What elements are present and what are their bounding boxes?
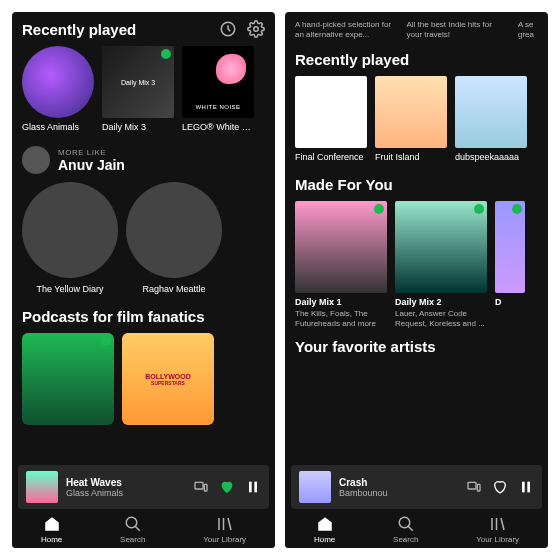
tab-bar: Home Search Your Library <box>285 509 548 548</box>
blurb: A se grea <box>518 20 538 39</box>
now-playing-text: Heat Waves Glass Animals <box>66 477 185 498</box>
history-icon[interactable] <box>219 20 237 38</box>
home-icon <box>43 515 61 533</box>
tile-white-noise[interactable]: WHITE NOISE LEGO® White Noise <box>182 46 254 132</box>
prev-section-subtitles: A hand-picked selection for an alternati… <box>295 20 538 39</box>
artist-label: The Yellow Diary <box>22 284 118 294</box>
tab-search[interactable]: Search <box>120 515 145 544</box>
tile-label: Fruit Island <box>375 152 447 162</box>
svg-rect-9 <box>522 482 525 493</box>
artist-raghav-meattle[interactable]: Raghav Meattle <box>126 182 222 294</box>
recently-played-row: Final Conference Fruit Island dubspeekaa… <box>295 76 538 162</box>
library-icon <box>216 515 234 533</box>
now-playing-title: Crash <box>339 477 458 488</box>
more-like-header[interactable]: MORE LIKE Anuv Jain <box>22 146 265 174</box>
blurb: A hand-picked selection for an alternati… <box>295 20 395 39</box>
podcast-tile[interactable] <box>22 333 114 425</box>
svg-point-1 <box>254 27 259 32</box>
search-icon <box>124 515 142 533</box>
podcasts-row: BOLLYWOOD SUPERSTARS <box>22 333 265 425</box>
more-like-label: MORE LIKE <box>58 148 125 157</box>
now-playing-bar[interactable]: Crash Bambounou <box>291 465 542 509</box>
svg-rect-4 <box>249 482 252 493</box>
devices-icon[interactable] <box>466 479 482 495</box>
tile-dubspeek[interactable]: dubspeekaaaaa <box>455 76 527 162</box>
mix-label: Daily Mix 1 <box>295 297 387 307</box>
artist-label: Raghav Meattle <box>126 284 222 294</box>
now-playing-text: Crash Bambounou <box>339 477 458 498</box>
artist-artwork <box>22 46 94 118</box>
recently-played-title: Recently played <box>22 21 136 38</box>
devices-icon[interactable] <box>193 479 209 495</box>
like-heart-icon[interactable] <box>219 479 235 495</box>
tab-bar: Home Search Your Library <box>12 509 275 548</box>
now-playing-title: Heat Waves <box>66 477 185 488</box>
now-playing-artwork <box>299 471 331 503</box>
mix-label: Daily Mix 2 <box>395 297 487 307</box>
artist-artwork <box>22 182 118 278</box>
right-phone: A hand-picked selection for an alternati… <box>285 12 548 548</box>
svg-rect-3 <box>204 484 207 491</box>
svg-rect-5 <box>254 482 257 493</box>
recently-played-title: Recently played <box>295 51 538 68</box>
playlist-artwork: Daily Mix 3 <box>102 46 174 118</box>
tile-label: Final Conference <box>295 152 367 162</box>
svg-rect-8 <box>477 484 480 491</box>
svg-rect-10 <box>527 482 530 493</box>
mix-label: D <box>495 297 525 307</box>
artist-yellow-diary[interactable]: The Yellow Diary <box>22 182 118 294</box>
tile-final-conference[interactable]: Final Conference <box>295 76 367 162</box>
album-artwork: WHITE NOISE <box>182 46 254 118</box>
tab-search[interactable]: Search <box>393 515 418 544</box>
tile-daily-mix-2[interactable]: Daily Mix 2 Lauer, Answer Code Request, … <box>395 201 487 328</box>
header-icons <box>219 20 265 38</box>
right-scroll: A hand-picked selection for an alternati… <box>285 12 548 465</box>
playlist-artwork <box>395 201 487 293</box>
made-for-you-row: Daily Mix 1 The Kills, Foals, The Future… <box>295 201 538 328</box>
tile-daily-mix-3[interactable]: Daily Mix 3 Daily Mix 3 <box>102 46 174 132</box>
tile-fruit-island[interactable]: Fruit Island <box>375 76 447 162</box>
tile-label: LEGO® White Noise <box>182 122 254 132</box>
album-artwork <box>295 76 367 148</box>
podcasts-title: Podcasts for film fanatics <box>22 308 265 325</box>
svg-point-6 <box>126 517 137 528</box>
tile-label: dubspeekaaaaa <box>455 152 527 162</box>
favorite-artists-title: Your favorite artists <box>295 338 538 355</box>
search-icon <box>397 515 415 533</box>
tab-library[interactable]: Your Library <box>476 515 519 544</box>
svg-point-11 <box>399 517 410 528</box>
svg-rect-2 <box>195 482 203 489</box>
blurb: All the best Indie hits for your travels… <box>407 20 507 39</box>
mix-subtitle: Lauer, Answer Code Request, Koreless and… <box>395 309 487 328</box>
svg-rect-7 <box>468 482 476 489</box>
tab-home[interactable]: Home <box>314 515 335 544</box>
avatar <box>22 146 50 174</box>
tab-library[interactable]: Your Library <box>203 515 246 544</box>
now-playing-artist: Glass Animals <box>66 488 185 498</box>
tile-daily-mix-partial[interactable]: D <box>495 201 525 328</box>
left-phone: Recently played Glass Animals Daily Mix <box>12 12 275 548</box>
left-scroll: Recently played Glass Animals Daily Mix <box>12 12 275 465</box>
tile-daily-mix-1[interactable]: Daily Mix 1 The Kills, Foals, The Future… <box>295 201 387 328</box>
more-like-row: The Yellow Diary Raghav Meattle <box>22 182 265 294</box>
now-playing-artwork <box>26 471 58 503</box>
pause-icon[interactable] <box>518 479 534 495</box>
now-playing-artist: Bambounou <box>339 488 458 498</box>
home-icon <box>316 515 334 533</box>
settings-gear-icon[interactable] <box>247 20 265 38</box>
pause-icon[interactable] <box>245 479 261 495</box>
recently-played-row: Glass Animals Daily Mix 3 Daily Mix 3 WH… <box>22 46 265 132</box>
made-for-you-title: Made For You <box>295 176 538 193</box>
more-like-artist: Anuv Jain <box>58 157 125 173</box>
podcast-tile[interactable]: BOLLYWOOD SUPERSTARS <box>122 333 214 425</box>
album-artwork <box>455 76 527 148</box>
artist-artwork <box>126 182 222 278</box>
like-heart-icon[interactable] <box>492 479 508 495</box>
playlist-artwork <box>495 201 525 293</box>
library-icon <box>489 515 507 533</box>
tile-label: Daily Mix 3 <box>102 122 174 132</box>
tile-glass-animals[interactable]: Glass Animals <box>22 46 94 132</box>
now-playing-bar[interactable]: Heat Waves Glass Animals <box>18 465 269 509</box>
tab-home[interactable]: Home <box>41 515 62 544</box>
album-artwork <box>375 76 447 148</box>
